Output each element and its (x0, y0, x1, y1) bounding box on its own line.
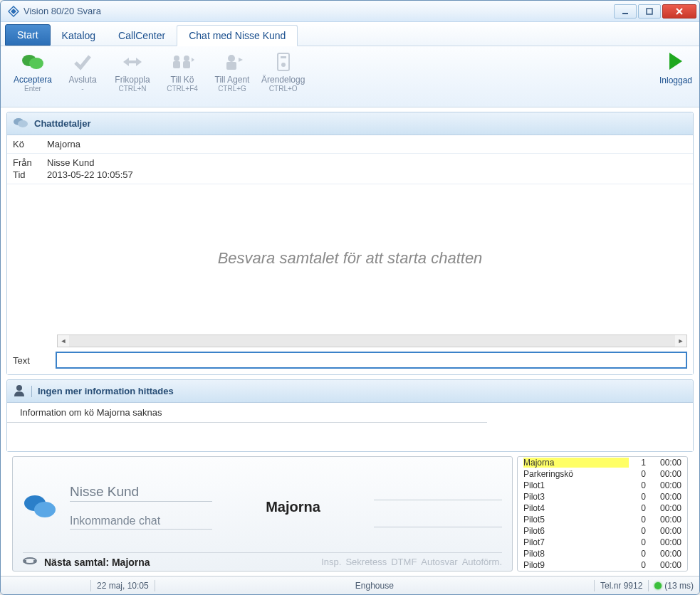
queue-item-count: 0 (629, 515, 646, 525)
tab-start[interactable]: Start (5, 24, 51, 46)
queue-item-time: 00:00 (646, 492, 681, 502)
close-button[interactable] (662, 4, 696, 19)
status-dot-icon (654, 582, 662, 589)
queue-row: Kö Majorna (7, 135, 693, 154)
queue-item-count: 0 (629, 537, 646, 547)
queue-item-name: Pilot9 (523, 560, 629, 570)
tab-callcenter[interactable]: CallCenter (107, 26, 177, 46)
content-area: Chattdetaljer Kö Majorna Från Nisse Kund… (1, 107, 699, 576)
svg-point-16 (228, 55, 235, 62)
queue-list-item[interactable]: Pilot1000:00 (518, 480, 687, 491)
svg-point-7 (29, 58, 43, 69)
call-queue-name: Majorna (225, 499, 361, 515)
bottom-area: Nisse Kund Inkommande chat Majorna Nästa… (6, 456, 694, 572)
inloggad-indicator[interactable]: Inloggad (659, 51, 692, 85)
window-controls (614, 4, 696, 19)
horizontal-scrollbar[interactable]: ◄ ► (57, 335, 687, 347)
till-agent-button[interactable]: Till Agent CTRL+G (211, 51, 253, 93)
chat-details-panel: Chattdetaljer Kö Majorna Från Nisse Kund… (6, 112, 694, 375)
svg-point-13 (184, 56, 189, 61)
caller-name: Nisse Kund (70, 484, 212, 502)
status-telnr: Tel.nr 9912 (600, 581, 642, 591)
next-call-label: Nästa samtal: Majorna (44, 557, 150, 568)
queue-item-count: 0 (629, 492, 646, 502)
call-flags: Insp. Sekretess DTMF Autosvar Autoförm. (321, 557, 502, 567)
acceptera-shortcut: Enter (24, 85, 41, 93)
chat-text-input[interactable] (56, 352, 687, 369)
app-icon (8, 6, 19, 17)
flag-dtmf: DTMF (391, 557, 417, 567)
queue-list[interactable]: Majorna100:00Parkeringskö000:00Pilot1000… (517, 456, 688, 572)
minimize-button[interactable] (614, 4, 637, 19)
svg-point-27 (34, 502, 56, 517)
time-label: Tid (13, 169, 47, 180)
svg-marker-22 (669, 53, 682, 70)
scroll-track[interactable] (69, 335, 675, 347)
status-company: Enghouse (161, 581, 588, 591)
call-extra-lines (374, 486, 502, 527)
from-time-row: Från Nisse Kund Tid 2013-05-22 10:05:57 (7, 154, 693, 184)
play-icon (667, 51, 685, 74)
svg-marker-8 (123, 58, 129, 66)
queue-list-item[interactable]: Pilot8000:00 (518, 548, 687, 559)
queue-item-time: 00:00 (646, 560, 681, 570)
svg-rect-3 (647, 9, 652, 14)
scroll-right-arrow[interactable]: ► (675, 337, 686, 344)
info-panel-body: Information om kö Majorna saknas (7, 403, 487, 423)
chat-large-icon (23, 492, 57, 522)
arendelogg-shortcut: CTRL+O (269, 85, 298, 93)
queue-item-count: 0 (629, 480, 646, 490)
svg-point-21 (281, 63, 286, 67)
acceptera-button[interactable]: Acceptera Enter (12, 51, 53, 93)
queue-list-item[interactable]: Majorna100:00 (518, 457, 687, 468)
queue-list-item[interactable]: Parkeringskö000:00 (518, 468, 687, 480)
queue-item-time: 00:00 (646, 458, 681, 468)
chat-accept-icon (21, 51, 45, 73)
queue-item-count: 0 (629, 503, 646, 513)
avsluta-shortcut: - (81, 85, 83, 93)
titlebar[interactable]: Vision 80/20 Svara (1, 1, 699, 22)
frikoppla-button[interactable]: Frikoppla CTRL+N (112, 51, 153, 93)
acceptera-label: Acceptera (14, 75, 52, 85)
queue-item-time: 00:00 (646, 526, 681, 536)
text-input-row: Text (7, 352, 693, 374)
maximize-button[interactable] (638, 4, 661, 19)
info-panel-title: Ingen mer information hittades (38, 386, 174, 396)
queue-item-time: 00:00 (646, 537, 681, 547)
queue-list-item[interactable]: Pilot3000:00 (518, 491, 687, 502)
avsluta-button[interactable]: Avsluta - (62, 51, 103, 93)
queue-item-time: 00:00 (646, 480, 681, 490)
log-icon (276, 51, 291, 73)
queue-item-name: Pilot5 (523, 515, 629, 525)
till-ko-button[interactable]: Till Kö CTRL+F4 (162, 51, 203, 93)
queue-item-name: Pilot1 (523, 480, 629, 490)
queue-icon (170, 51, 194, 73)
call-footer: Nästa samtal: Majorna Insp. Sekretess DT… (23, 552, 502, 568)
svg-point-11 (174, 56, 179, 61)
arendelogg-button[interactable]: Ärendelogg CTRL+O (261, 51, 305, 93)
agent-icon (221, 51, 243, 73)
svg-rect-30 (33, 560, 36, 563)
flag-autoform: Autoförm. (462, 557, 502, 567)
status-ping: (13 ms) (664, 581, 694, 591)
flag-autosvar: Autosvar (421, 557, 457, 567)
queue-list-item[interactable]: Pilot5000:00 (518, 514, 687, 525)
person-icon (13, 384, 26, 399)
tab-katalog[interactable]: Katalog (51, 26, 107, 46)
queue-item-time: 00:00 (646, 503, 681, 513)
queue-list-item[interactable]: Pilot9000:00 (518, 559, 687, 571)
phone-icon (23, 556, 37, 568)
queue-list-item[interactable]: Pilot7000:00 (518, 537, 687, 548)
info-panel: Ingen mer information hittades Informati… (6, 379, 694, 452)
app-window: Vision 80/20 Svara Start Katalog CallCen… (0, 0, 700, 595)
queue-list-item[interactable]: Pilot6000:00 (518, 525, 687, 537)
from-value: Nisse Kund (47, 157, 94, 168)
scroll-left-arrow[interactable]: ◄ (58, 337, 69, 344)
queue-item-name: Pilot7 (523, 537, 629, 547)
queue-item-name: Parkeringskö (523, 469, 629, 479)
svg-rect-19 (278, 53, 289, 70)
queue-list-item[interactable]: Pilot4000:00 (518, 502, 687, 514)
tab-chat[interactable]: Chat med Nisse Kund (177, 25, 298, 46)
till-ko-shortcut: CTRL+F4 (167, 85, 198, 93)
queue-label: Kö (13, 139, 47, 149)
